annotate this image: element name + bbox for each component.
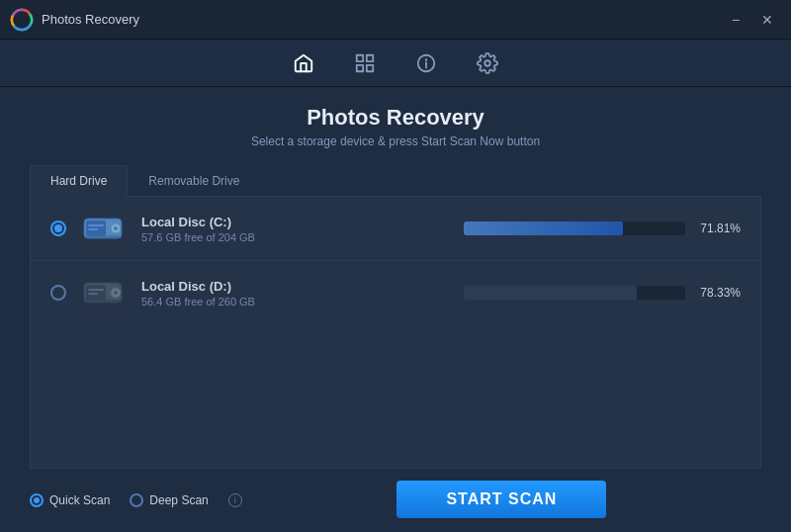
svg-rect-21 [88, 293, 98, 295]
nav-settings-icon[interactable] [472, 47, 503, 79]
svg-rect-1 [357, 54, 363, 60]
nav-info-icon[interactable] [410, 47, 442, 79]
drive-c-name: Local Disc (C:) [141, 215, 464, 229]
drive-c-progress-fill [464, 222, 623, 235]
svg-rect-4 [367, 64, 373, 70]
drive-d-name: Local Disc (D:) [141, 279, 464, 294]
svg-point-19 [114, 291, 118, 295]
nav-bar [0, 40, 791, 87]
svg-rect-13 [88, 224, 104, 226]
drive-d-percent: 78.33% [695, 286, 741, 300]
svg-rect-20 [88, 289, 104, 291]
nav-home-icon[interactable] [288, 47, 319, 79]
app-logo [10, 8, 34, 32]
scan-btn-area: START SCAN [242, 481, 761, 518]
drive-radio-d[interactable] [50, 285, 66, 301]
svg-point-12 [114, 226, 118, 230]
minimize-button[interactable]: − [722, 10, 749, 30]
tab-removable-drive[interactable]: Removable Drive [128, 165, 260, 197]
svg-rect-15 [84, 235, 122, 238]
drive-c-percent: 71.81% [695, 222, 741, 235]
drive-d-progress-bg [464, 286, 685, 300]
close-button[interactable]: ✕ [753, 10, 781, 30]
svg-rect-3 [357, 64, 363, 70]
drive-c-info: Local Disc (C:) 57.6 GB free of 204 GB [141, 215, 464, 243]
drive-d-info: Local Disc (D:) 56.4 GB free of 260 GB [141, 279, 464, 308]
quick-scan-option[interactable]: Quick Scan [30, 493, 110, 507]
svg-rect-22 [84, 300, 122, 303]
quick-scan-label: Quick Scan [49, 493, 110, 507]
svg-point-8 [484, 60, 490, 66]
scan-bottom-row: Quick Scan Deep Scan i START SCAN [30, 481, 761, 518]
scan-options: Quick Scan Deep Scan i [30, 493, 242, 507]
drive-item-c[interactable]: Local Disc (C:) 57.6 GB free of 204 GB 7… [31, 197, 760, 261]
drive-c-progress-area: 71.81% [464, 222, 741, 235]
deep-scan-radio[interactable] [130, 493, 143, 507]
drive-d-progress-fill [464, 286, 637, 300]
svg-rect-2 [367, 54, 373, 60]
page-header: Photos Recovery Select a storage device … [30, 105, 761, 148]
svg-rect-14 [88, 228, 98, 230]
nav-search-icon[interactable] [349, 47, 381, 79]
deep-scan-option[interactable]: Deep Scan [130, 493, 208, 507]
drive-c-size: 57.6 GB free of 204 GB [141, 231, 464, 243]
drive-item-d[interactable]: Local Disc (D:) 56.4 GB free of 260 GB 7… [31, 261, 760, 324]
main-content: Photos Recovery Select a storage device … [0, 87, 791, 532]
quick-scan-radio[interactable] [30, 493, 44, 507]
drive-radio-c[interactable] [50, 221, 66, 236]
deep-scan-label: Deep Scan [149, 493, 208, 507]
window-controls: − ✕ [722, 10, 781, 30]
title-bar: Photos Recovery − ✕ [0, 0, 791, 40]
tab-hard-drive[interactable]: Hard Drive [30, 165, 128, 197]
scan-info-icon[interactable]: i [228, 493, 242, 507]
drive-d-size: 56.4 GB free of 260 GB [141, 296, 464, 308]
drive-tabs: Hard Drive Removable Drive [30, 164, 761, 197]
hdd-icon-c [80, 211, 128, 246]
drive-c-progress-bg [464, 222, 685, 235]
page-subtitle: Select a storage device & press Start Sc… [30, 134, 761, 148]
page-title: Photos Recovery [30, 105, 761, 131]
hdd-icon-d [80, 275, 128, 310]
start-scan-button[interactable]: START SCAN [396, 481, 606, 518]
title-bar-text: Photos Recovery [42, 12, 722, 27]
drive-d-progress-area: 78.33% [464, 286, 741, 300]
drive-list: Local Disc (C:) 57.6 GB free of 204 GB 7… [30, 197, 761, 469]
